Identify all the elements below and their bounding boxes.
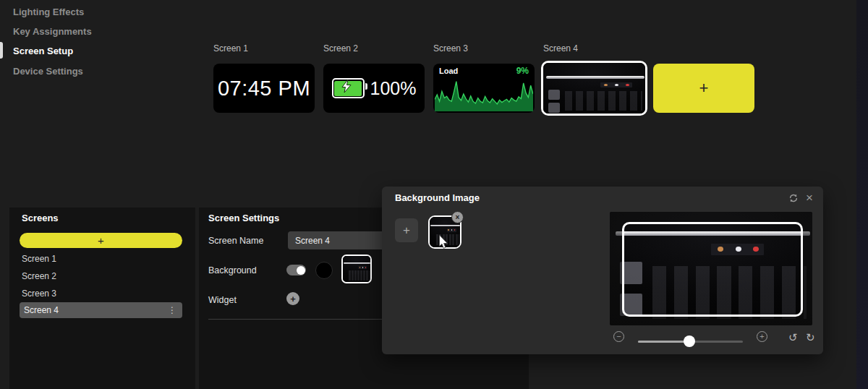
crop-frame[interactable]: [622, 222, 803, 317]
window-edge: [856, 0, 868, 389]
keyboard-indicator-lights: [600, 82, 632, 88]
background-label: Background: [208, 265, 257, 275]
keyboard-photo: [543, 63, 645, 114]
background-toggle[interactable]: [286, 265, 306, 275]
zoom-in-button[interactable]: +: [757, 331, 767, 342]
keyboard-photo: [343, 256, 370, 282]
add-widget-button[interactable]: +: [286, 292, 299, 305]
widget-label: Widget: [208, 295, 237, 305]
close-icon[interactable]: ×: [806, 192, 813, 204]
screen3-load-card[interactable]: Load 9%: [433, 64, 535, 113]
zoom-slider[interactable]: [638, 335, 743, 347]
kebab-menu-icon[interactable]: ⋮: [168, 306, 176, 315]
background-image-thumbnail[interactable]: [341, 255, 372, 283]
screen-list-item-2[interactable]: Screen 2: [22, 268, 56, 284]
sidebar-item-device-settings[interactable]: Device Settings: [13, 66, 83, 77]
screen-list-item-1[interactable]: Screen 1: [22, 251, 56, 267]
screens-panel: Screens + Screen 1 Screen 2 Screen 3 Scr…: [9, 208, 195, 389]
sidebar-item-lighting-effects[interactable]: Lighting Effects: [13, 7, 84, 17]
sidebar-item-key-assignments[interactable]: Key Assignments: [13, 26, 92, 37]
image-preview-area: [610, 212, 812, 325]
battery-percent: 100%: [370, 78, 417, 99]
zoom-out-button[interactable]: −: [613, 331, 624, 342]
load-chart-title: Load: [439, 67, 458, 75]
screen-list-item-4[interactable]: Screen 4 ⋮: [20, 302, 182, 318]
screen4-image-card[interactable]: [541, 61, 647, 116]
screen1-label: Screen 1: [213, 43, 248, 54]
screens-panel-title: Screens: [22, 213, 59, 223]
lightning-bolt-icon: [341, 80, 352, 93]
background-image-modal: Background Image × + × −: [382, 187, 823, 354]
screen4-label: Screen 4: [543, 43, 578, 54]
remove-image-badge[interactable]: ×: [451, 211, 464, 223]
load-chart-value: 9%: [516, 66, 529, 76]
add-screen-card-button[interactable]: +: [653, 64, 754, 113]
rotate-ccw-icon[interactable]: ↺: [788, 331, 798, 344]
screen-settings-title: Screen Settings: [208, 213, 279, 223]
active-nav-indicator: [0, 42, 3, 59]
modal-title: Background Image: [395, 192, 480, 203]
add-screen-button[interactable]: +: [20, 233, 182, 248]
clock-widget: 07:45 PM: [213, 64, 315, 113]
screen-list-item-4-label: Screen 4: [24, 305, 59, 315]
screen1-clock-card[interactable]: 07:45 PM: [213, 64, 315, 113]
add-image-button[interactable]: +: [395, 218, 418, 242]
rotate-cw-icon[interactable]: ↻: [806, 331, 815, 344]
screen2-battery-card[interactable]: 100%: [323, 64, 425, 113]
screen2-label: Screen 2: [323, 43, 358, 54]
refresh-icon[interactable]: [788, 193, 799, 203]
load-chart-sparkline: [435, 77, 533, 111]
screen-name-label: Screen Name: [208, 236, 263, 246]
screen-list-item-3[interactable]: Screen 3: [22, 286, 56, 302]
battery-icon: [332, 78, 365, 98]
background-color-swatch[interactable]: [315, 262, 333, 279]
zoom-slider-knob[interactable]: [684, 335, 695, 347]
screen3-label: Screen 3: [433, 43, 468, 54]
sidebar-item-screen-setup[interactable]: Screen Setup: [13, 46, 73, 56]
